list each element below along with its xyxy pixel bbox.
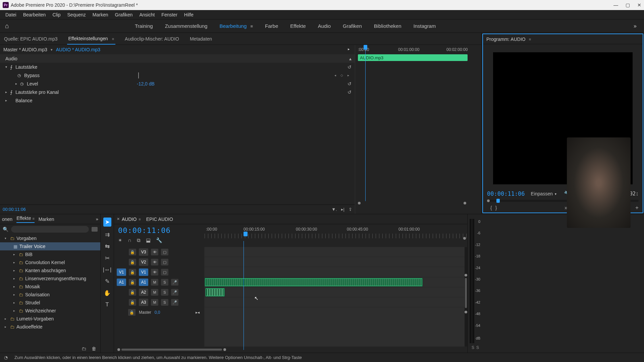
pen-tool-icon[interactable]: ✎ (105, 278, 110, 285)
menu-grafiken[interactable]: Grafiken (112, 11, 136, 19)
workspace-audio[interactable]: Audio (312, 20, 337, 32)
eye-icon[interactable]: 👁 (151, 259, 158, 265)
panel-menu-icon[interactable]: ≡ (32, 217, 34, 221)
program-view[interactable] (493, 52, 633, 184)
solo-button[interactable]: S (161, 279, 168, 286)
preset-folder-item[interactable]: ▸🗀BiB (0, 250, 100, 258)
fx-toggle-icon[interactable]: ⨍ (10, 89, 15, 95)
output-icon[interactable]: ▢ (161, 269, 168, 276)
menu-datei[interactable]: Datei (2, 11, 20, 19)
menu-marken[interactable]: Marken (89, 11, 112, 19)
audio-clip-a1[interactable] (205, 278, 423, 287)
zoom-knob-left[interactable] (487, 199, 490, 202)
overflow-icon[interactable]: » (96, 217, 98, 222)
snap-icon[interactable]: ✴ (118, 237, 122, 243)
lock-icon[interactable]: 🔒 (129, 299, 136, 306)
zoom-knob-left[interactable] (358, 202, 361, 204)
mark-in-icon[interactable]: { (490, 205, 492, 210)
reset-icon[interactable]: ↺ (347, 81, 352, 86)
workspace-training[interactable]: Training (129, 20, 159, 32)
workspace-menu-icon[interactable]: ≡ (248, 24, 253, 29)
workspace-effekte[interactable]: Effekte (284, 20, 312, 32)
linked-sel-icon[interactable]: ⧉ (137, 237, 141, 243)
track-target-v2[interactable]: V2 (139, 258, 148, 266)
menu-sequenz[interactable]: Sequenz (64, 11, 89, 19)
home-icon[interactable]: ⌂ (3, 22, 11, 30)
close-tab-icon[interactable]: ✕ (117, 217, 120, 221)
tab-effekteinstellungen[interactable]: Effekteinstellungen ≡ (67, 33, 116, 45)
workspace-grafiken[interactable]: Grafiken (337, 20, 368, 32)
lock-icon[interactable]: 🔒 (129, 289, 136, 296)
mute-button[interactable]: M (151, 299, 158, 306)
lock-icon[interactable]: 🔒 (129, 249, 136, 255)
track-target-a2[interactable]: A2 (139, 289, 148, 296)
program-timecode[interactable]: 00:00:11:06 (487, 190, 525, 197)
track-source-a1[interactable]: A1 (117, 279, 126, 286)
lock-icon[interactable]: 🔒 (129, 269, 136, 276)
eye-icon[interactable]: 👁 (151, 249, 158, 255)
tab-onen[interactable]: onen (2, 217, 12, 222)
twist-right-icon[interactable]: ▸ (15, 82, 20, 85)
ripple-tool-icon[interactable]: ⇆ (105, 243, 110, 250)
preset-folder-item[interactable]: ▸🗀Linsenverzerrungsentfernung (0, 275, 100, 283)
tab-metadaten[interactable]: Metadaten (189, 34, 213, 44)
solo-button[interactable]: S (161, 289, 168, 296)
razor-tool-icon[interactable]: ✂ (105, 255, 110, 262)
preset-folder-item[interactable]: ▸🗀Weichzeichner (0, 307, 100, 315)
search-icon[interactable]: 🔍 (3, 227, 8, 232)
filter-icon[interactable]: ▼. (331, 207, 337, 212)
preset-folder-item[interactable]: ▸🗀Solarisation (0, 291, 100, 299)
bypass-checkbox[interactable] (138, 72, 139, 78)
track-target-a1[interactable]: A1 (139, 279, 148, 286)
preset-folder-item[interactable]: ▸🗀Kanten abschrägen (0, 266, 100, 275)
wrench-icon[interactable]: 🔧 (156, 237, 162, 243)
scroll-thumb[interactable] (465, 278, 467, 308)
selection-tool-icon[interactable]: ➤ (103, 218, 111, 227)
solo-button[interactable]: S (161, 299, 168, 306)
panel-menu-icon[interactable]: ≡ (110, 37, 114, 41)
track-target-v3[interactable]: V3 (139, 248, 148, 256)
ec-clip-link[interactable]: AUDIO * AUDIO.mp3 (56, 47, 100, 52)
stopwatch-icon[interactable]: ◷ (20, 81, 25, 86)
zoom-knob-right[interactable] (464, 202, 466, 204)
sequence-tab-audio[interactable]: ✕AUDIO≡ (117, 217, 141, 222)
menu-bearbeiten[interactable]: Bearbeiten (20, 11, 49, 19)
workspace-overflow-icon[interactable]: » (629, 23, 641, 29)
preset-folder-item[interactable]: ▸🗀Strudel (0, 299, 100, 307)
solo-l-icon[interactable]: S (472, 345, 474, 350)
eye-icon[interactable]: 👁 (151, 269, 158, 276)
preset-folder[interactable]: ▾🗀Vorgaben (0, 234, 100, 242)
lock-icon[interactable]: 🔒 (128, 309, 136, 316)
slip-tool-icon[interactable]: |↔| (103, 266, 112, 273)
preset-folder-item[interactable]: ▸🗀Convolution Kernel (0, 258, 100, 266)
zoom-knob-right[interactable] (223, 348, 226, 351)
workspace-farbe[interactable]: Farbe (259, 20, 284, 32)
ec-time-ruler[interactable]: :00:00 00:01:00:00 00:02:00:00 (355, 45, 469, 54)
minimize-button[interactable]: — (613, 2, 618, 8)
zoom-knob-left[interactable] (117, 348, 120, 351)
scroll-knob[interactable] (465, 311, 467, 313)
reset-icon[interactable]: ↺ (347, 89, 352, 95)
timeline-tracks[interactable]: ↖ (205, 247, 467, 347)
mute-button[interactable]: M (151, 289, 158, 296)
track-target-v1[interactable]: V1 (139, 268, 148, 276)
timeline-timecode[interactable]: 00:00:11:06 (118, 226, 201, 235)
play-icon[interactable]: ▸ (348, 47, 350, 51)
menu-ansicht[interactable]: Ansicht (136, 11, 158, 19)
tab-effekte[interactable]: Effekte ≡ (16, 216, 35, 223)
marker-icon[interactable]: ⬓ (146, 237, 151, 243)
panel-menu-icon[interactable]: ≡ (139, 217, 141, 221)
ec-timecode[interactable]: 00:00:11:06 (3, 207, 26, 212)
new-bin-icon[interactable]: 🗀 (82, 346, 86, 351)
export-icon[interactable]: ⇪ (348, 207, 352, 212)
workspace-bibliotheken[interactable]: Bibliotheken (368, 20, 408, 32)
mic-icon[interactable]: 🎤 (171, 289, 178, 296)
add-button-icon[interactable]: + (635, 204, 639, 211)
mic-icon[interactable]: 🎤 (171, 299, 178, 306)
ec-clip-bar[interactable]: AUDIO.mp3 (358, 54, 468, 61)
go-end-icon[interactable]: ▸◂ (196, 310, 200, 315)
mic-icon[interactable]: 🎤 (171, 279, 178, 286)
twist-right-icon[interactable]: ▸ (5, 90, 10, 94)
workspace-bearbeitung[interactable]: Bearbeitung ≡ (213, 20, 259, 32)
zoom-select[interactable]: Einpassen (531, 191, 553, 196)
